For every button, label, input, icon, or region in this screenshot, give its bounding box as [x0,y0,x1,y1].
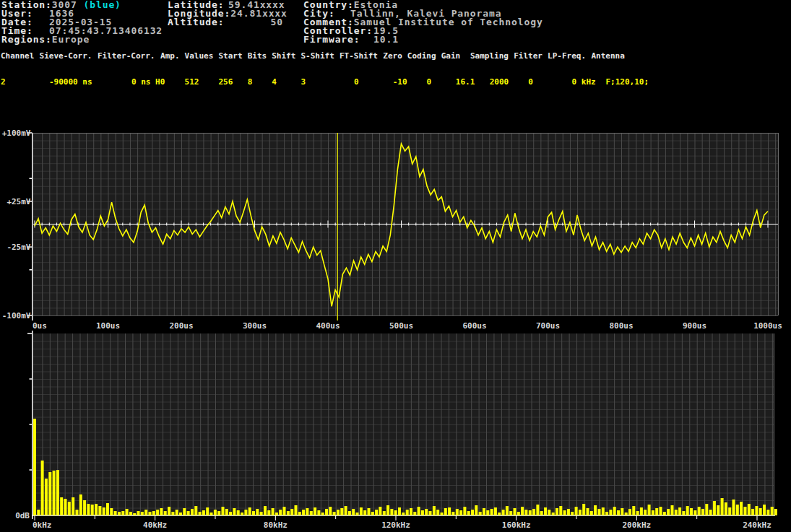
x-tick-label: 600us [462,321,486,331]
spectrum-plot-area[interactable] [33,333,774,515]
x-tick-label: 0us [33,321,47,331]
y-tick-label: +100mV [2,128,31,138]
x-tick-label: 400us [316,321,340,331]
y-tick-label: -25mV [7,243,30,252]
baseline-db-label: 0dB [15,511,30,520]
x-tick-label: 160kHz [502,520,531,530]
vlf-monitor-screen: Station:3007 (blue)User:1636Date:2025-03… [0,0,791,532]
x-tick-label: 800us [609,321,633,331]
y-tick-label: +25mV [7,197,30,206]
x-tick-label: 1000us [753,321,782,331]
x-tick-label: 200us [169,321,193,331]
x-tick-label: 40kHz [143,520,167,530]
spectrum-bar [774,509,777,515]
y-tick-label: -100mV [2,311,31,320]
spectrum-x-ticks [35,515,758,520]
x-tick-label: 300us [243,321,267,331]
spectrum-border [774,333,774,515]
x-tick-label: 240kHz [743,520,771,530]
x-tick-label: 0kHz [33,520,52,530]
x-tick-label: 120kHz [381,520,410,530]
waveform-y-tick-labels: +100mV+25mV-25mV-100mV [2,128,31,320]
x-tick-label: 700us [536,321,560,331]
x-tick-label: 100us [96,321,120,331]
waveform-x-tick-labels: 0us100us200us300us400us500us600us700us80… [33,321,782,331]
waveform-y-axis [27,132,33,320]
x-tick-label: 200kHz [622,520,651,530]
spectrum-y-axis [27,331,33,519]
x-tick-label: 500us [389,321,413,331]
x-tick-label: 80kHz [264,520,288,530]
x-tick-label: 900us [683,321,706,331]
spectrum-x-tick-labels: 0kHz40kHz80kHz120kHz160kHz200kHz240kHz [33,520,771,530]
waveform-plot-area[interactable] [33,133,778,315]
